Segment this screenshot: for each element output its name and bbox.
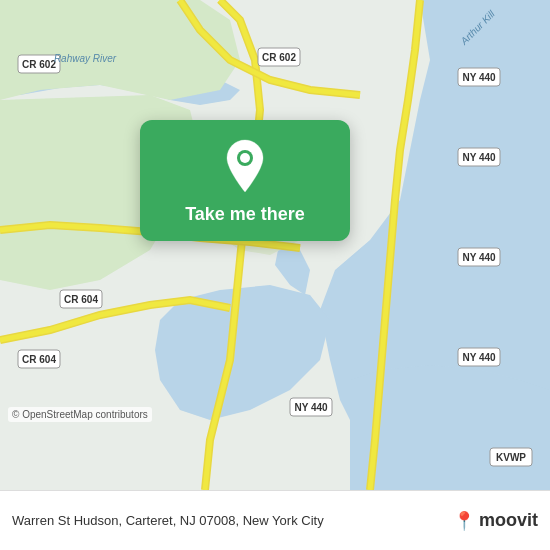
moovit-brand-text: moovit — [479, 510, 538, 531]
moovit-pin-icon: 📍 — [453, 510, 475, 532]
svg-text:NY 440: NY 440 — [462, 352, 496, 363]
location-text: Warren St Hudson, Carteret, NJ 07008, Ne… — [12, 513, 453, 528]
svg-text:CR 602: CR 602 — [22, 59, 56, 70]
svg-text:CR 604: CR 604 — [64, 294, 98, 305]
moovit-logo: 📍 moovit — [453, 510, 538, 532]
location-pin-icon — [221, 138, 269, 194]
map-container: CR 602 CR 602 CR 604 CR 604 NY 440 NY 44… — [0, 0, 550, 490]
svg-point-24 — [240, 153, 250, 163]
svg-text:NY 440: NY 440 — [294, 402, 328, 413]
svg-text:CR 602: CR 602 — [262, 52, 296, 63]
bottom-bar: Warren St Hudson, Carteret, NJ 07008, Ne… — [0, 490, 550, 550]
svg-text:Rahway River: Rahway River — [54, 53, 117, 64]
svg-text:KVWP: KVWP — [496, 452, 526, 463]
copyright-text: © OpenStreetMap contributors — [8, 407, 152, 422]
svg-text:NY 440: NY 440 — [462, 252, 496, 263]
action-card[interactable]: Take me there — [140, 120, 350, 241]
svg-text:NY 440: NY 440 — [462, 152, 496, 163]
svg-text:CR 604: CR 604 — [22, 354, 56, 365]
take-me-there-button[interactable]: Take me there — [185, 204, 305, 225]
svg-text:NY 440: NY 440 — [462, 72, 496, 83]
